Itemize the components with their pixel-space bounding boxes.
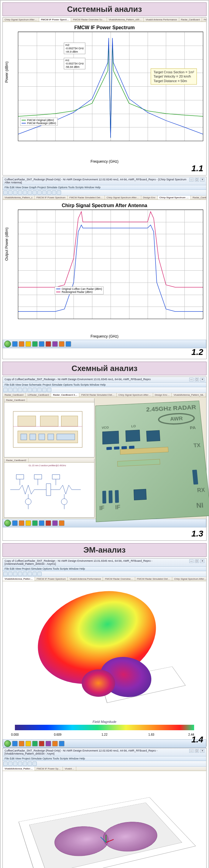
taskbar-icon[interactable] (45, 741, 51, 746)
toolbar-icon[interactable] (28, 572, 32, 576)
tab[interactable]: Chirp Signal Spectrum … (158, 195, 191, 199)
tab[interactable]: Vivaldi Antenna Performance (144, 18, 179, 22)
maximize-button[interactable]: ▢ (195, 559, 199, 563)
maximize-button[interactable]: ▢ (195, 749, 199, 753)
tab[interactable]: VivaldiAntenna_Pattern_c65… (107, 18, 144, 22)
start-button[interactable] (4, 740, 11, 747)
toolbar-icon[interactable] (8, 190, 12, 195)
tab[interactable]: Radar_CanBoard (3, 393, 26, 397)
taskbar-icon[interactable] (45, 341, 51, 347)
toolbar-icon[interactable] (37, 190, 42, 195)
antenna-3d-view[interactable] (3, 771, 206, 868)
window-titlebar[interactable]: Copy of CoffeeCanRadar_SNT_Redesign - NI… (3, 377, 206, 382)
tab[interactable]: FMCW Radar Overview… (103, 577, 135, 581)
plot-canvas[interactable]: Original Coffee Can Radar (dBm) Redesign… (18, 210, 203, 319)
tab[interactable]: FMCW Radar Overview So… (71, 18, 107, 22)
taskbar-icon[interactable] (39, 341, 44, 347)
toolbar-icon[interactable] (42, 190, 46, 195)
toolbar-icon[interactable] (13, 388, 17, 392)
taskbar-icon[interactable] (52, 520, 58, 526)
tab[interactable]: Vivaldi Antenna Performance (68, 577, 103, 581)
maximize-button[interactable]: ▢ (195, 378, 199, 381)
toolbar-icon[interactable] (8, 572, 12, 576)
maximize-button[interactable]: ▢ (195, 178, 199, 182)
toolbar-icon[interactable] (28, 388, 32, 392)
taskbar-icon[interactable] (19, 341, 24, 347)
toolbar-icon[interactable] (28, 190, 32, 195)
window-titlebar[interactable]: Copy of CoffeeCanRadar_SNT_Redesign - NI… (3, 558, 206, 567)
minimize-button[interactable]: — (189, 559, 194, 563)
menubar[interactable]: File Edit View Project Simulate Options … (3, 567, 206, 571)
toolbar-icon[interactable] (23, 572, 27, 576)
toolbar-icon[interactable] (3, 190, 8, 195)
tab[interactable]: FMCW Radar Simulated Det… (135, 577, 172, 581)
toolbar-icon[interactable] (52, 190, 56, 195)
toolbar-icon[interactable] (47, 190, 51, 195)
window-titlebar[interactable]: CoffeeCanRadar_SNT_Redesign [Read-Only] … (3, 748, 206, 756)
tab[interactable]: FMCW IF Power Sp… (35, 767, 63, 771)
menubar[interactable]: File Edit View Draw Graph Project Simula… (3, 185, 206, 190)
tab[interactable]: Radar_CanBoard (179, 18, 202, 22)
pcb-3d-view[interactable]: 2.45GHz RADAR AWR VCO LO PA TX IF IF RX … (95, 401, 209, 522)
tab[interactable]: Vivaldi… (63, 767, 76, 771)
tab[interactable]: Chirp Signal Spectrum After… (3, 18, 39, 22)
toolbar-icon[interactable] (8, 388, 12, 392)
taskbar-icon[interactable] (52, 741, 58, 746)
toolbar-icon[interactable] (33, 762, 37, 766)
toolbar-icon[interactable] (37, 388, 42, 392)
tab[interactable]: FMCW IF Power Spectrum (35, 195, 68, 199)
tab[interactable]: FMCW Radar Simulated Det… (68, 195, 105, 199)
toolbar-icon[interactable] (33, 572, 37, 576)
schematic-circuit-view[interactable]: Radar_CanBoard2 GL-23 mm 2-section prefi… (4, 459, 95, 518)
tab[interactable]: Chirp Signal Spectrum After… (117, 393, 153, 397)
toolbar-icon[interactable] (18, 762, 22, 766)
start-button[interactable] (4, 341, 11, 347)
marker-m2[interactable]: m2: -0.002734 GHz -44.9 dBm (64, 42, 85, 54)
tab[interactable]: 12Radar_CanBoard (26, 393, 51, 397)
taskbar-icon[interactable] (39, 741, 44, 746)
marker-m1[interactable]: m1: -0.002734 GHz -56.94 dBm (64, 58, 85, 69)
taskbar-icon[interactable] (26, 741, 31, 746)
toolbar-icon[interactable] (18, 572, 22, 576)
minimize-button[interactable]: — (189, 749, 194, 753)
toolbar-icon[interactable] (18, 190, 22, 195)
toolbar-icon[interactable] (13, 572, 17, 576)
tab[interactable]: Field Analysis (202, 18, 206, 22)
close-button[interactable]: ✕ (200, 559, 204, 563)
taskbar-icon[interactable] (12, 741, 18, 746)
toolbar-icon[interactable] (37, 572, 42, 576)
taskbar-icon[interactable] (66, 341, 71, 347)
tab[interactable]: FMCW IF Power Spectrum (35, 577, 68, 581)
toolbar-icon[interactable] (3, 572, 8, 576)
close-button[interactable]: ✕ (200, 749, 204, 753)
toolbar-icon[interactable] (23, 762, 27, 766)
tab[interactable]: VivaldiAntenna_Pattern_ML (172, 393, 206, 397)
em-3d-view[interactable]: Field Magnitude 0.000 0.609 1.22 1.83 2.… (3, 581, 206, 739)
close-button[interactable]: ✕ (200, 378, 204, 381)
plot-canvas[interactable]: m2: -0.002734 GHz -44.9 dBm m1: -0.00273… (18, 32, 203, 141)
tab[interactable]: VivaldiAntenna_Pattern_c (3, 195, 35, 199)
tab[interactable]: Radar_CanBoard… (191, 195, 206, 199)
taskbar-icon[interactable] (59, 741, 64, 746)
taskbar[interactable] (3, 739, 206, 748)
taskbar-icon[interactable] (12, 520, 18, 526)
toolbar-icon[interactable] (13, 190, 17, 195)
minimize-button[interactable]: — (189, 178, 194, 182)
taskbar-icon[interactable] (59, 341, 64, 347)
tab[interactable]: FMCW Radar Simulated Det… (79, 393, 116, 397)
tab[interactable]: FMCW IF Power Spect… (39, 18, 71, 22)
taskbar-icon[interactable] (19, 741, 24, 746)
taskbar[interactable] (3, 340, 206, 348)
toolbar-icon[interactable] (28, 762, 32, 766)
taskbar-icon[interactable] (19, 520, 24, 526)
tab[interactable]: Chirp Signal Spectrum After… (172, 577, 206, 581)
taskbar-icon[interactable] (45, 520, 51, 526)
menubar[interactable]: File Edit View Draw Schematic Project Si… (3, 382, 206, 387)
toolbar-icon[interactable] (3, 762, 8, 766)
tab[interactable]: Radar_CanBoard 3… (51, 393, 79, 397)
taskbar-icon[interactable] (39, 520, 44, 526)
taskbar-icon[interactable] (12, 341, 18, 347)
menubar[interactable]: File Edit View Project Simulate Options … (3, 756, 206, 761)
toolbar-icon[interactable] (42, 388, 46, 392)
schematic-layout-view[interactable]: Radar_CanBoard (4, 398, 95, 457)
